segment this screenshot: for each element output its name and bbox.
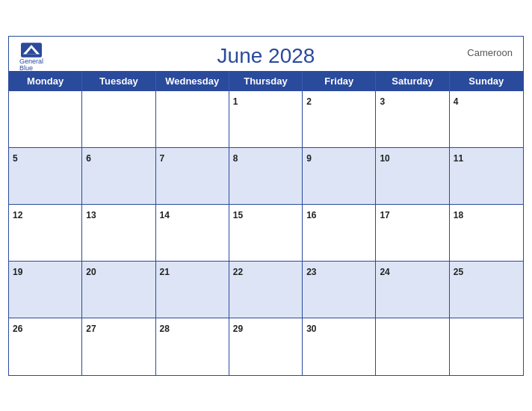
day-header-wednesday: Wednesday [156,71,229,91]
calendar-cell: 16 [303,205,376,262]
calendar-cell: 18 [450,205,523,262]
calendar-cell: 9 [303,148,376,205]
day-number: 21 [160,267,170,277]
calendar-cell: 11 [450,148,523,205]
calendar: General Blue June 2028 Cameroon MondayTu… [8,36,524,376]
day-number: 10 [380,153,389,164]
calendar-cell [450,318,523,375]
day-number: 2 [306,96,312,107]
calendar-cell: 2 [303,91,376,148]
calendar-cell: 17 [376,205,449,262]
calendar-cell: 28 [156,318,229,375]
logo-icon [21,43,42,58]
day-number: 28 [160,324,170,334]
logo: General Blue [19,43,43,73]
country-name: Cameroon [467,47,513,58]
day-header-friday: Friday [303,71,376,91]
calendar-cell: 19 [9,262,82,318]
calendar-cell: 13 [82,205,155,262]
calendar-cell: 27 [82,318,155,375]
calendar-cell: 6 [82,148,155,205]
day-number: 22 [233,267,243,277]
logo-blue: Blue [19,65,33,72]
calendar-cell [156,91,229,148]
days-header: MondayTuesdayWednesdayThursdayFridaySatu… [9,71,523,91]
calendar-cell: 24 [376,262,449,318]
day-number: 5 [13,153,18,164]
day-number: 12 [13,210,22,220]
day-number: 26 [13,324,22,334]
calendar-header: General Blue June 2028 Cameroon [9,37,523,71]
day-number: 8 [233,153,238,164]
calendar-cell: 30 [303,318,376,375]
calendar-grid: 1234567891011121314151617181920212223242… [9,91,523,375]
calendar-cell [376,318,449,375]
day-header-thursday: Thursday [229,71,303,91]
calendar-cell: 21 [156,262,229,318]
calendar-cell: 5 [9,148,82,205]
day-number: 23 [306,267,316,277]
day-number: 30 [306,324,316,334]
day-number: 11 [454,153,463,164]
calendar-title: June 2028 [24,44,508,68]
calendar-cell [82,91,155,148]
calendar-cell: 1 [229,91,303,148]
day-number: 16 [306,210,316,220]
calendar-cell [9,91,82,148]
day-number: 6 [86,153,91,164]
calendar-cell: 14 [156,205,229,262]
day-number: 24 [380,267,389,277]
day-number: 20 [86,267,96,277]
day-number: 7 [160,153,165,164]
calendar-cell: 25 [450,262,523,318]
day-number: 27 [86,324,96,334]
calendar-cell: 23 [303,262,376,318]
day-header-tuesday: Tuesday [82,71,155,91]
calendar-cell: 20 [82,262,155,318]
day-header-monday: Monday [9,71,82,91]
day-number: 14 [160,210,170,220]
day-number: 9 [306,153,312,164]
calendar-cell: 15 [229,205,303,262]
day-number: 15 [233,210,243,220]
day-header-sunday: Sunday [450,71,523,91]
day-number: 19 [13,267,22,277]
calendar-cell: 8 [229,148,303,205]
day-number: 13 [86,210,96,220]
day-number: 4 [454,96,459,107]
day-number: 25 [454,267,463,277]
day-number: 3 [380,96,385,107]
day-number: 17 [380,210,389,220]
calendar-cell: 4 [450,91,523,148]
calendar-cell: 7 [156,148,229,205]
calendar-cell: 29 [229,318,303,375]
calendar-cell: 22 [229,262,303,318]
day-number: 29 [233,324,243,334]
calendar-cell: 10 [376,148,449,205]
day-header-saturday: Saturday [376,71,449,91]
calendar-cell: 26 [9,318,82,375]
calendar-cell: 12 [9,205,82,262]
day-number: 1 [233,96,238,107]
calendar-cell: 3 [376,91,449,148]
day-number: 18 [454,210,463,220]
